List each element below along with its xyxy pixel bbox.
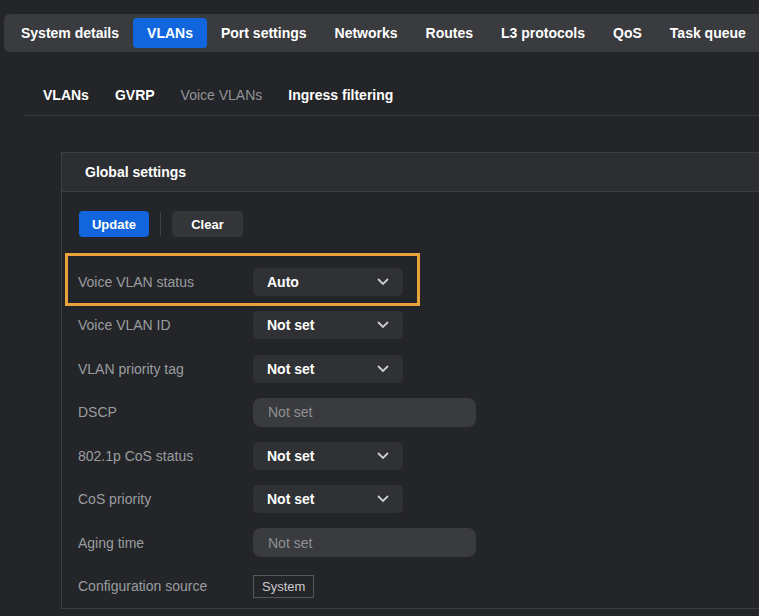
field-label: VLAN priority tag [78,361,253,377]
global-settings-panel: Global settings Update Clear Voice VLAN … [61,152,759,609]
top-nav-item-l3-protocols[interactable]: L3 protocols [487,18,599,48]
select-value: Not set [267,448,314,464]
top-nav-item-networks[interactable]: Networks [321,18,412,48]
select-value: Auto [267,274,299,290]
form-row-voice-vlan-id: Voice VLAN IDNot set [62,304,759,348]
top-nav-item-port-settings[interactable]: Port settings [207,18,321,48]
update-button[interactable]: Update [79,211,149,237]
select-value: Not set [267,491,314,507]
field-label: 802.1p CoS status [78,448,253,464]
top-nav-item-system-details[interactable]: System details [7,18,133,48]
select-value: Not set [267,317,314,333]
sub-nav-item-voice-vlans[interactable]: Voice VLANs [168,87,276,103]
form-row-dscp: DSCPNot set [62,391,759,435]
form-row-configuration-source: Configuration sourceSystem [62,565,759,609]
button-separator [160,212,161,236]
top-nav-item-qos[interactable]: QoS [599,18,656,48]
sub-nav: VLANsGVRPVoice VLANsIngress filtering [30,84,406,106]
sub-nav-divider [24,115,759,116]
field-label: Voice VLAN ID [78,317,253,333]
panel-title: Global settings [85,164,186,180]
chevron-down-icon [377,452,389,460]
vlan-priority-tag-select[interactable]: Not set [253,355,403,383]
chevron-down-icon [377,365,389,373]
settings-form: Voice VLAN statusAutoVoice VLAN IDNot se… [62,260,759,608]
aging-time-input[interactable]: Not set [253,528,476,557]
clear-button[interactable]: Clear [172,211,243,237]
form-row-vlan-priority-tag: VLAN priority tagNot set [62,347,759,391]
chevron-down-icon [377,495,389,503]
form-row-802-1p-cos-status: 802.1p CoS statusNot set [62,434,759,478]
cos-priority-select[interactable]: Not set [253,485,403,513]
button-row: Update Clear [79,211,243,237]
sub-nav-item-vlans[interactable]: VLANs [30,87,102,103]
top-nav-item-routes[interactable]: Routes [412,18,487,48]
chevron-down-icon [377,278,389,286]
panel-header: Global settings [62,153,759,192]
chevron-down-icon [377,321,389,329]
top-nav-item-task-queue[interactable]: Task queue [656,18,759,48]
field-label: CoS priority [78,491,253,507]
top-nav-item-vlans[interactable]: VLANs [133,18,207,48]
form-row-cos-priority: CoS priorityNot set [62,478,759,522]
field-label: Aging time [78,535,253,551]
802-1p-cos-status-select[interactable]: Not set [253,442,403,470]
field-label: Voice VLAN status [78,274,253,290]
dscp-input[interactable]: Not set [253,398,476,427]
voice-vlan-status-select[interactable]: Auto [253,268,403,296]
sub-nav-item-ingress-filtering[interactable]: Ingress filtering [275,87,406,103]
field-label: DSCP [78,404,253,420]
configuration-source-value: System [253,575,314,598]
voice-vlan-id-select[interactable]: Not set [253,311,403,339]
field-label: Configuration source [78,578,253,594]
form-row-voice-vlan-status: Voice VLAN statusAuto [62,260,759,304]
form-row-aging-time: Aging timeNot set [62,521,759,565]
sub-nav-item-gvrp[interactable]: GVRP [102,87,168,103]
top-nav: System detailsVLANsPort settingsNetworks… [4,14,759,52]
select-value: Not set [267,361,314,377]
